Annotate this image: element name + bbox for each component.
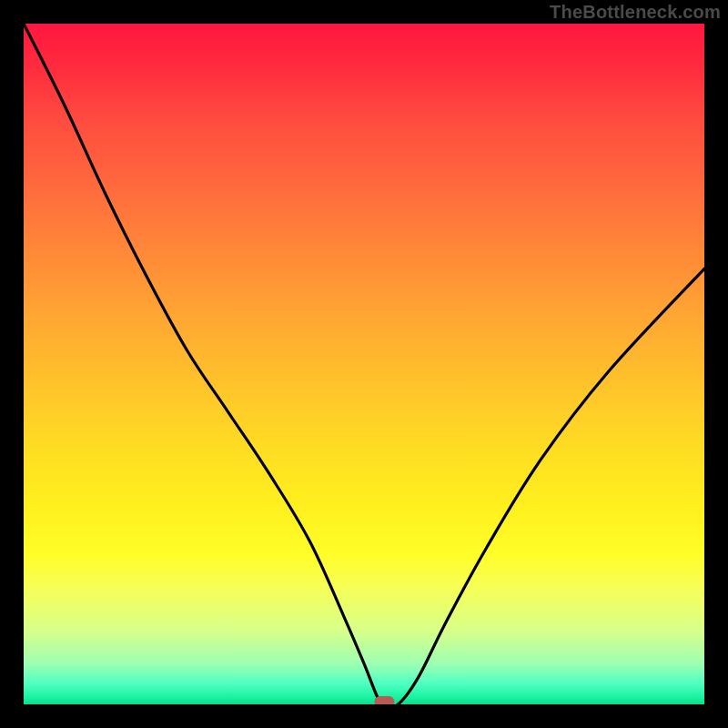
curve-svg <box>24 24 704 704</box>
watermark-text: TheBottleneck.com <box>550 2 721 23</box>
minimum-marker <box>374 696 394 704</box>
chart-frame: TheBottleneck.com <box>0 0 728 728</box>
bottleneck-curve <box>24 24 704 704</box>
plot-area <box>24 24 704 704</box>
